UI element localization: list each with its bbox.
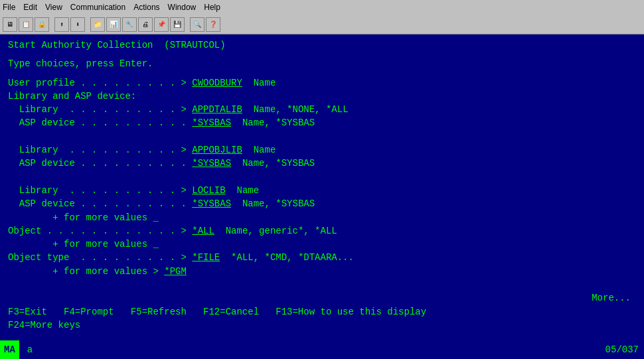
- toolbar-pin[interactable]: 📌: [154, 17, 169, 32]
- more-values1: + for more values _: [8, 211, 159, 224]
- asp1-label: ASP device . . . . . . . . . .: [8, 116, 192, 129]
- fkeys2: F24=More keys: [8, 319, 636, 332]
- toolbar-help[interactable]: ❓: [206, 17, 220, 32]
- library3-value[interactable]: LOCLIB: [192, 184, 225, 197]
- library3-hint: Name: [226, 184, 259, 197]
- user-profile-value[interactable]: CWOODBURY: [192, 76, 242, 90]
- more-values3-row: + for more values > *PGM: [8, 265, 636, 278]
- lib-asp-label: Library and ASP device:: [8, 90, 136, 103]
- asp3-hint: Name, *SYSBAS: [231, 197, 315, 210]
- library1-value[interactable]: APPDTALIB: [192, 103, 242, 116]
- status-input[interactable]: a: [19, 344, 600, 355]
- toolbar-new[interactable]: 🖥: [3, 17, 17, 32]
- library2-value[interactable]: APPOBJLIB: [192, 143, 242, 157]
- more-values2: + for more values _: [8, 238, 159, 251]
- object-type-value[interactable]: *FILE: [192, 251, 220, 264]
- library2-row: Library . . . . . . . . . . > APPOBJLIB …: [8, 143, 636, 157]
- more-values3-value[interactable]: *PGM: [164, 265, 187, 278]
- library1-label: Library . . . . . . . . . . >: [8, 103, 192, 116]
- screen-prompt: Type choices, press Enter.: [8, 57, 636, 70]
- asp2-row: ASP device . . . . . . . . . . *SYSBAS N…: [8, 157, 636, 170]
- toolbar-copy[interactable]: 📋: [19, 17, 33, 32]
- asp1-row: ASP device . . . . . . . . . . *SYSBAS N…: [8, 116, 636, 129]
- menu-view[interactable]: View: [45, 3, 62, 12]
- asp1-hint: Name, *SYSBAS: [231, 116, 315, 129]
- toolbar-down[interactable]: ⬇: [70, 17, 85, 32]
- toolbar-chart[interactable]: 📊: [106, 17, 121, 32]
- more-values2-row: + for more values _: [8, 238, 636, 251]
- lib-asp-label-row: Library and ASP device:: [8, 90, 636, 103]
- more-values3-label: + for more values >: [8, 265, 164, 278]
- object-type-row: Object type . . . . . . . . . > *FILE *A…: [8, 251, 636, 264]
- more-indicator: More...: [8, 291, 636, 305]
- toolbar-lock[interactable]: 🔒: [35, 17, 49, 32]
- toolbar-save[interactable]: 💾: [170, 17, 185, 32]
- menu-window[interactable]: Window: [168, 3, 197, 12]
- terminal-screen: Start Authority Collection (STRAUTCOL) T…: [0, 35, 644, 359]
- screen-title: Start Authority Collection (STRAUTCOL): [8, 38, 636, 52]
- toolbar-search[interactable]: 🔍: [190, 17, 204, 32]
- user-profile-label: User profile . . . . . . . . . >: [8, 76, 192, 90]
- menubar: File Edit View Communication Actions Win…: [0, 0, 644, 15]
- fkeys1: F3=Exit F4=Prompt F5=Refresh F12=Cancel …: [8, 305, 636, 319]
- toolbar-folder[interactable]: 📁: [90, 17, 105, 32]
- user-profile-row: User profile . . . . . . . . . > CWOODBU…: [8, 76, 636, 90]
- object-value[interactable]: *ALL: [192, 224, 214, 238]
- spacer2: [8, 171, 636, 184]
- asp2-hint: Name, *SYSBAS: [231, 157, 315, 170]
- asp2-value[interactable]: *SYSBAS: [192, 157, 231, 170]
- library3-row: Library . . . . . . . . . . > LOCLIB Nam…: [8, 184, 636, 197]
- asp1-value[interactable]: *SYSBAS: [192, 116, 231, 129]
- object-type-hint: *ALL, *CMD, *DTAARA...: [220, 251, 354, 264]
- asp3-value[interactable]: *SYSBAS: [192, 197, 231, 210]
- spacer1: [8, 130, 636, 143]
- library3-label: Library . . . . . . . . . . >: [8, 184, 192, 197]
- menu-actions[interactable]: Actions: [133, 3, 159, 12]
- toolbar-up[interactable]: ⬆: [54, 17, 69, 32]
- object-row: Object . . . . . . . . . . . . > *ALL Na…: [8, 224, 636, 238]
- status-position: 05/037: [600, 344, 644, 355]
- asp2-label: ASP device . . . . . . . . . .: [8, 157, 192, 170]
- asp3-label: ASP device . . . . . . . . . .: [8, 197, 192, 210]
- status-bar: MA a 05/037: [0, 340, 644, 359]
- library2-label: Library . . . . . . . . . . >: [8, 143, 192, 157]
- more-values1-row: + for more values _: [8, 211, 636, 224]
- menu-file[interactable]: File: [3, 3, 15, 12]
- user-profile-hint: Name: [242, 76, 276, 90]
- library1-hint: Name, *NONE, *ALL: [242, 103, 349, 116]
- library1-row: Library . . . . . . . . . . > APPDTALIB …: [8, 103, 636, 116]
- menu-communication[interactable]: Communication: [70, 3, 125, 12]
- library2-hint: Name: [242, 143, 276, 157]
- object-type-label: Object type . . . . . . . . . >: [8, 251, 192, 264]
- status-mode: MA: [0, 340, 19, 359]
- menu-help[interactable]: Help: [204, 3, 220, 12]
- menu-edit[interactable]: Edit: [23, 3, 37, 12]
- spacer3: [8, 278, 636, 291]
- asp3-row: ASP device . . . . . . . . . . *SYSBAS N…: [8, 197, 636, 210]
- toolbar-print[interactable]: 🖨: [138, 17, 153, 32]
- toolbar-settings[interactable]: 🔧: [122, 17, 137, 32]
- object-label: Object . . . . . . . . . . . . >: [8, 224, 192, 238]
- object-hint: Name, generic*, *ALL: [214, 224, 337, 238]
- toolbar: 🖥 📋 🔒 ⬆ ⬇ 📁 📊 🔧 🖨 📌 💾 🔍 ❓: [0, 15, 644, 35]
